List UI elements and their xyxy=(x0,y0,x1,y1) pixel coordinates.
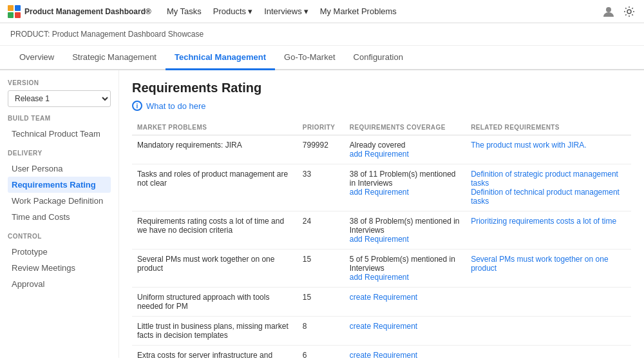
priority-cell: 6 xyxy=(298,346,345,358)
table-row: Several PMs must work together on one pr… xyxy=(132,250,631,288)
related-link[interactable]: The product must work with JIRA. xyxy=(471,141,626,150)
coverage-cell: 5 of 5 Problem(s) mentioned in Interview… xyxy=(345,250,466,288)
coverage-link[interactable]: create Requirement xyxy=(350,322,460,331)
settings-icon[interactable] xyxy=(622,5,636,19)
top-nav: Product Management Dashboard® My Tasks P… xyxy=(0,0,644,23)
coverage-link[interactable]: create Requirement xyxy=(350,351,460,358)
sidebar-item-requirements-rating[interactable]: Requirements Rating xyxy=(8,177,111,193)
nav-links: My Tasks Products ▾ Interviews ▾ My Mark… xyxy=(167,6,601,16)
col-header-coverage: Requirements Coverage xyxy=(345,120,466,135)
user-avatar[interactable] xyxy=(601,5,616,19)
nav-interviews[interactable]: Interviews ▾ xyxy=(264,6,308,16)
sidebar-item-work-package[interactable]: Work Package Definition xyxy=(8,193,111,209)
priority-cell: 799992 xyxy=(298,135,345,164)
related-link[interactable]: Definition of strategic product manageme… xyxy=(471,170,626,188)
table-row: Requirements rating costs a lot of time … xyxy=(132,211,631,250)
svg-point-5 xyxy=(627,10,631,14)
sidebar-build-team-label: BUILD TEAM xyxy=(8,115,111,122)
table-row: Extra costs for server infrastructure an… xyxy=(132,346,631,358)
related-link[interactable]: Several PMs must work together on one pr… xyxy=(471,255,626,273)
related-link[interactable]: Prioritizing requirements costs a lot of… xyxy=(471,217,626,226)
sidebar-control-label: CONTROL xyxy=(8,233,111,240)
market-problem-cell: Tasks and roles of product management ar… xyxy=(132,164,298,211)
nav-icons xyxy=(601,5,636,19)
sidebar-item-approval[interactable]: Approval xyxy=(8,276,111,292)
market-problem-cell: Mandatory requirements: JIRA xyxy=(132,135,298,164)
priority-cell: 8 xyxy=(298,317,345,346)
related-link[interactable]: Definition of technical product manageme… xyxy=(471,188,626,206)
related-cell xyxy=(466,317,631,346)
tab-overview[interactable]: Overview xyxy=(10,46,63,70)
related-cell: Several PMs must work together on one pr… xyxy=(466,250,631,288)
coverage-text: 38 of 11 Problem(s) mentioned in Intervi… xyxy=(350,170,456,188)
coverage-text: 5 of 5 Problem(s) mentioned in Interview… xyxy=(350,255,455,273)
main-layout: VERSION Release 1 Release 2 BUILD TEAM T… xyxy=(0,70,644,358)
sidebar-delivery-label: DELIVERY xyxy=(8,150,111,157)
logo-icon xyxy=(8,5,21,18)
related-cell xyxy=(466,288,631,317)
coverage-cell: 38 of 11 Problem(s) mentioned in Intervi… xyxy=(345,164,466,211)
main-content: Requirements Rating i What to do here Ma… xyxy=(119,70,644,358)
coverage-link[interactable]: add Requirement xyxy=(350,273,460,282)
breadcrumb: PRODUCT: Product Management Dashboard Sh… xyxy=(0,23,644,46)
nav-my-tasks[interactable]: My Tasks xyxy=(167,6,202,16)
nav-market-problems[interactable]: My Market Problems xyxy=(320,6,397,16)
priority-cell: 33 xyxy=(298,164,345,211)
table-row: Uniform structured approach with tools n… xyxy=(132,288,631,317)
coverage-cell: create Requirement xyxy=(345,346,466,358)
svg-rect-1 xyxy=(15,5,21,11)
svg-rect-2 xyxy=(8,12,14,18)
coverage-link[interactable]: add Requirement xyxy=(350,235,460,244)
market-problem-cell: Requirements rating costs a lot of time … xyxy=(132,211,298,250)
svg-rect-3 xyxy=(15,12,21,18)
market-problem-cell: Uniform structured approach with tools n… xyxy=(132,288,298,317)
version-select[interactable]: Release 1 Release 2 xyxy=(8,90,111,107)
coverage-cell: create Requirement xyxy=(345,317,466,346)
priority-cell: 15 xyxy=(298,250,345,288)
sidebar-item-prototype[interactable]: Prototype xyxy=(8,244,111,260)
table-row: Little trust in business plans, missing … xyxy=(132,317,631,346)
market-problem-cell: Several PMs must work together on one pr… xyxy=(132,250,298,288)
info-icon: i xyxy=(132,101,142,111)
coverage-link[interactable]: create Requirement xyxy=(350,293,460,302)
table-row: Mandatory requirements: JIRA799992Alread… xyxy=(132,135,631,164)
nav-products[interactable]: Products ▾ xyxy=(213,6,252,16)
related-cell xyxy=(466,346,631,358)
col-header-market: Market Problems xyxy=(132,120,298,135)
coverage-link[interactable]: add Requirement xyxy=(350,150,460,159)
related-cell: Prioritizing requirements costs a lot of… xyxy=(466,211,631,250)
chevron-down-icon: ▾ xyxy=(248,6,252,16)
tabs-bar: Overview Strategic Management Technical … xyxy=(0,46,644,70)
coverage-text: Already covered xyxy=(350,141,406,150)
logo: Product Management Dashboard® xyxy=(8,5,151,18)
coverage-text: 38 of 8 Problem(s) mentioned in Intervie… xyxy=(350,217,460,235)
sidebar-item-user-persona[interactable]: User Persona xyxy=(8,161,111,177)
sidebar-item-time-costs[interactable]: Time and Costs xyxy=(8,209,111,225)
priority-cell: 15 xyxy=(298,288,345,317)
related-cell: The product must work with JIRA. xyxy=(466,135,631,164)
requirements-table: Market Problems Priority Requirements Co… xyxy=(132,120,631,358)
col-header-priority: Priority xyxy=(298,120,345,135)
svg-rect-0 xyxy=(8,5,14,11)
coverage-cell: create Requirement xyxy=(345,288,466,317)
sidebar-item-review-meetings[interactable]: Review Meetings xyxy=(8,260,111,276)
sidebar: VERSION Release 1 Release 2 BUILD TEAM T… xyxy=(0,70,119,358)
sidebar-version-label: VERSION xyxy=(8,79,111,86)
tab-configuration[interactable]: Configuration xyxy=(345,46,412,70)
sidebar-item-build-team[interactable]: Technical Product Team xyxy=(8,126,111,142)
svg-point-4 xyxy=(606,7,611,12)
col-header-related: Related Requirements xyxy=(466,120,631,135)
what-to-do-link[interactable]: i What to do here xyxy=(132,101,631,111)
tab-strategic[interactable]: Strategic Management xyxy=(63,46,166,70)
page-title: Requirements Rating xyxy=(132,81,631,95)
coverage-cell: Already coveredadd Requirement xyxy=(345,135,466,164)
tab-technical[interactable]: Technical Management xyxy=(166,46,275,70)
table-row: Tasks and roles of product management ar… xyxy=(132,164,631,211)
coverage-cell: 38 of 8 Problem(s) mentioned in Intervie… xyxy=(345,211,466,250)
market-problem-cell: Little trust in business plans, missing … xyxy=(132,317,298,346)
priority-cell: 24 xyxy=(298,211,345,250)
chevron-down-icon: ▾ xyxy=(304,6,308,16)
coverage-link[interactable]: add Requirement xyxy=(350,188,460,197)
tab-gotomarket[interactable]: Go-To-Market xyxy=(275,46,344,70)
related-cell: Definition of strategic product manageme… xyxy=(466,164,631,211)
